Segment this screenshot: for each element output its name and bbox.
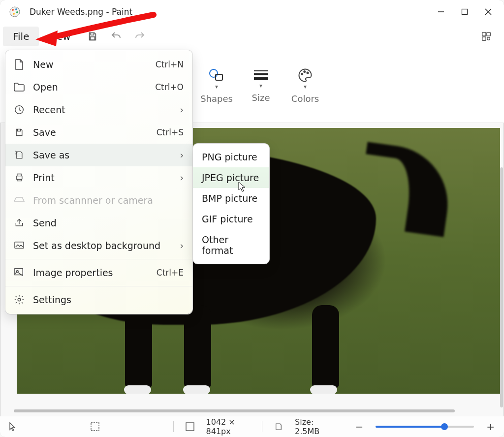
menu-item-set-desktop[interactable]: Set as desktop background › — [5, 234, 192, 257]
ribbon-size-label: Size — [252, 93, 270, 103]
menu-item-settings[interactable]: Settings — [5, 288, 192, 311]
zoom-in-button[interactable]: + — [486, 421, 495, 433]
desktop-icon — [13, 240, 25, 251]
vertical-scrollbar[interactable] — [500, 167, 503, 407]
menu-item-save[interactable]: Save Ctrl+S — [5, 121, 192, 144]
window-title: Duker Weeds.png - Paint — [30, 7, 132, 17]
menu-item-shortcut: Ctrl+N — [156, 60, 184, 69]
paint-app-icon — [9, 6, 21, 18]
save-icon — [13, 126, 25, 138]
svg-point-1 — [12, 9, 14, 11]
menu-item-open[interactable]: Open Ctrl+O — [5, 76, 192, 98]
chevron-down-icon: ▾ — [215, 84, 218, 90]
undo-icon-button[interactable] — [104, 27, 128, 46]
submenu-item-jpeg[interactable]: JPEG picture — [193, 167, 269, 188]
svg-rect-23 — [16, 176, 22, 180]
svg-point-19 — [301, 73, 303, 75]
maximize-button[interactable] — [453, 0, 476, 24]
clock-icon — [13, 104, 25, 116]
minimize-button[interactable] — [429, 0, 453, 24]
print-icon — [13, 172, 25, 184]
image-props-icon — [13, 267, 25, 279]
status-size-label: Size: — [295, 417, 314, 427]
view-menu-button[interactable]: iew — [39, 27, 80, 46]
status-bar: 1042 × 841px Size: 2.5MB − + — [0, 416, 504, 437]
svg-rect-6 — [462, 9, 468, 15]
save-icon-button[interactable] — [81, 27, 104, 46]
ribbon-size[interactable]: ▾ Size — [239, 49, 283, 123]
svg-rect-30 — [186, 423, 194, 431]
menu-item-label: New — [33, 59, 148, 70]
chevron-right-icon: › — [180, 104, 184, 115]
zoom-slider[interactable] — [376, 426, 474, 428]
menu-item-label: Set as desktop background — [33, 240, 172, 251]
menu-item-label: Recent — [33, 104, 172, 115]
save-as-submenu: PNG picture JPEG picture BMP picture GIF… — [193, 144, 269, 264]
menu-item-label: From scannner or camera — [33, 195, 184, 206]
overflow-settings-icon[interactable] — [474, 27, 498, 46]
mouse-cursor-icon — [238, 182, 247, 192]
palette-icon: ▾ — [297, 68, 314, 90]
svg-rect-9 — [90, 37, 94, 40]
share-icon — [13, 217, 25, 229]
scanner-icon — [13, 194, 25, 206]
svg-rect-11 — [487, 32, 490, 36]
svg-point-2 — [15, 8, 17, 10]
redo-icon-button[interactable] — [128, 27, 152, 46]
chevron-right-icon: › — [180, 172, 184, 183]
chevron-right-icon: › — [180, 240, 184, 251]
ribbon-shapes-label: Shapes — [200, 94, 233, 104]
menu-item-image-properties[interactable]: Image properties Ctrl+E — [5, 261, 192, 284]
svg-rect-10 — [482, 32, 486, 36]
file-menu-button[interactable]: File — [3, 27, 39, 46]
svg-rect-12 — [482, 37, 486, 40]
menu-item-label: Save as — [33, 150, 172, 160]
menu-item-save-as[interactable]: Save as › — [5, 144, 192, 166]
svg-point-21 — [307, 72, 309, 74]
selection-icon — [91, 422, 99, 431]
ribbon-colors[interactable]: ▾ Colors — [283, 49, 327, 123]
menu-item-recent[interactable]: Recent › — [5, 98, 192, 121]
filesize-icon — [274, 422, 283, 431]
svg-rect-24 — [15, 242, 24, 249]
file-dropdown-menu: New Ctrl+N Open Ctrl+O Recent › Save Ctr… — [5, 50, 192, 314]
menu-item-shortcut: Ctrl+O — [155, 82, 184, 92]
zoom-out-button[interactable]: − — [354, 421, 364, 433]
dimensions-icon — [186, 422, 194, 431]
size-icon: ▾ — [253, 69, 269, 89]
status-size-value: 2.5MB — [295, 427, 319, 436]
close-button[interactable] — [476, 0, 500, 24]
submenu-item-gif[interactable]: GIF picture — [193, 209, 269, 229]
ribbon-colors-label: Colors — [291, 94, 319, 104]
menu-item-label: Open — [33, 82, 147, 93]
svg-point-13 — [487, 37, 490, 40]
menu-item-shortcut: Ctrl+S — [157, 127, 184, 137]
svg-point-0 — [10, 7, 20, 17]
chevron-down-icon: ▾ — [304, 84, 307, 90]
submenu-item-png[interactable]: PNG picture — [193, 147, 269, 167]
new-file-icon — [13, 59, 25, 70]
menu-item-new[interactable]: New Ctrl+N — [5, 53, 192, 76]
ribbon-shapes[interactable]: ▾ Shapes — [194, 49, 239, 123]
shapes-icon: ▾ — [208, 68, 225, 90]
save-as-icon — [13, 149, 25, 161]
menu-bar: File iew — [0, 24, 504, 49]
svg-rect-25 — [15, 269, 23, 275]
submenu-item-bmp[interactable]: BMP picture — [193, 188, 269, 209]
gear-icon — [13, 294, 25, 306]
submenu-item-other[interactable]: Other format — [193, 229, 269, 261]
title-bar: Duker Weeds.png - Paint — [0, 0, 504, 24]
svg-point-3 — [16, 11, 18, 13]
menu-item-print[interactable]: Print › — [5, 166, 192, 189]
status-dimensions: 1042 × 841px — [206, 417, 251, 436]
horizontal-scrollbar[interactable] — [14, 409, 455, 412]
menu-item-send[interactable]: Send — [5, 212, 192, 234]
menu-separator — [5, 259, 192, 259]
svg-rect-29 — [91, 423, 99, 431]
menu-item-shortcut: Ctrl+E — [157, 268, 184, 278]
svg-point-4 — [13, 13, 15, 15]
menu-item-label: Print — [33, 172, 172, 183]
svg-point-27 — [18, 298, 21, 301]
svg-point-14 — [210, 69, 218, 77]
chevron-down-icon: ▾ — [259, 83, 262, 89]
